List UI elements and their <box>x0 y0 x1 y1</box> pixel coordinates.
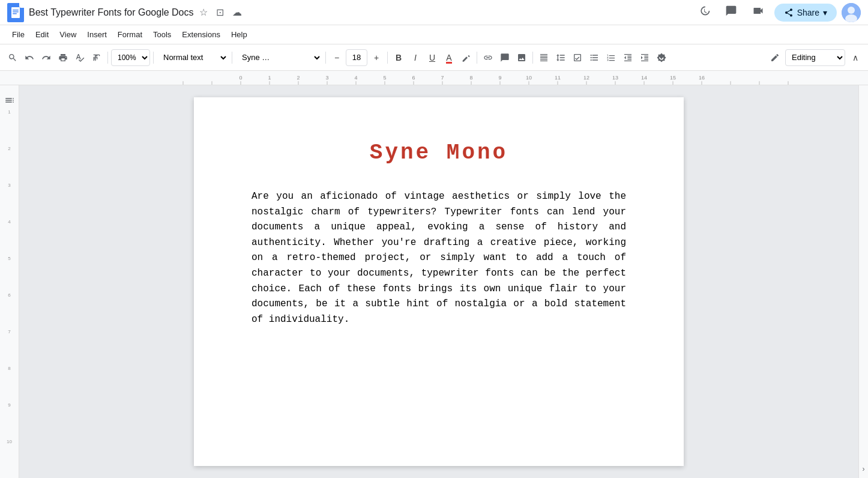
history-button[interactable] <box>694 2 716 22</box>
undo-button[interactable] <box>22 49 37 66</box>
cloud-button[interactable]: ☁ <box>231 5 243 19</box>
meet-button[interactable] <box>747 2 770 22</box>
folder-button[interactable]: ⊡ <box>215 5 225 19</box>
title-bar: Best Typewriter Fonts for Google Docs ☆ … <box>0 0 868 25</box>
share-dropdown-icon: ▾ <box>823 8 827 17</box>
insert-image-button[interactable] <box>514 49 529 66</box>
svg-point-8 <box>848 7 855 14</box>
share-label: Share <box>797 8 819 17</box>
ordered-list-button[interactable] <box>603 49 619 66</box>
menu-edit[interactable]: Edit <box>31 28 53 41</box>
menu-view[interactable]: View <box>55 28 81 41</box>
sep2 <box>153 52 154 64</box>
insert-link-button[interactable] <box>480 49 496 66</box>
svg-marker-6 <box>20 4 24 8</box>
align-button[interactable] <box>536 49 552 66</box>
italic-button[interactable]: I <box>408 49 423 66</box>
search-button[interactable] <box>5 49 20 66</box>
zoom-select[interactable]: 100% 75% 125% 150% <box>111 49 150 66</box>
menu-bar: File Edit View Insert Format Tools Exten… <box>0 25 868 44</box>
svg-rect-2 <box>13 10 19 11</box>
insert-comment-button[interactable] <box>497 49 513 66</box>
toolbar-right: Editing Suggesting Viewing ∧ <box>767 49 863 66</box>
chat-button[interactable] <box>720 2 742 22</box>
document-title: Best Typewriter Fonts for Google Docs <box>29 7 193 18</box>
star-button[interactable]: ☆ <box>198 5 209 19</box>
ruler <box>0 71 868 85</box>
v-ruler-marks: 1 2 3 4 5 6 7 8 9 10 <box>0 109 19 476</box>
font-color-button[interactable]: A <box>441 49 457 66</box>
sep6 <box>477 52 477 64</box>
sep7 <box>532 52 533 64</box>
title-icons: ☆ ⊡ ☁ <box>198 5 243 19</box>
menu-insert[interactable]: Insert <box>82 28 112 41</box>
sep3 <box>232 52 232 64</box>
menu-file[interactable]: File <box>7 28 29 41</box>
font-size-minus[interactable]: − <box>329 49 345 66</box>
title-bar-left: Best Typewriter Fonts for Google Docs ☆ … <box>7 3 689 22</box>
spellcheck-button[interactable] <box>72 49 88 66</box>
bold-button[interactable]: B <box>391 49 406 66</box>
redo-button[interactable] <box>38 49 54 66</box>
doc-heading: Syne Mono <box>252 141 626 165</box>
user-avatar[interactable] <box>842 3 861 22</box>
sep1 <box>107 52 108 64</box>
doc-body-text: Are you an aficionado of vintage aesthet… <box>252 189 626 327</box>
collapse-toolbar-button[interactable]: ∧ <box>848 49 863 66</box>
underline-button[interactable]: U <box>424 49 440 66</box>
menu-help[interactable]: Help <box>226 28 252 41</box>
clear-format-button[interactable] <box>654 49 669 66</box>
increase-indent-button[interactable] <box>637 49 653 66</box>
doc-area[interactable]: Syne Mono Are you an aficionado of vinta… <box>19 85 858 478</box>
suggest-edit-button[interactable] <box>767 49 783 66</box>
share-button[interactable]: Share ▾ <box>774 4 837 22</box>
bullet-list-button[interactable] <box>586 49 602 66</box>
paintformat-button[interactable] <box>89 49 104 66</box>
svg-rect-1 <box>11 7 20 18</box>
font-size-input[interactable] <box>346 49 367 66</box>
checklist-button[interactable] <box>570 49 585 66</box>
toolbar: 100% 75% 125% 150% Normal text Heading 1… <box>0 44 868 71</box>
google-docs-icon <box>7 3 24 22</box>
svg-rect-3 <box>13 11 19 13</box>
ruler-canvas <box>0 71 868 85</box>
title-bar-right: Share ▾ <box>694 2 861 22</box>
svg-rect-4 <box>13 13 17 14</box>
outline-button[interactable] <box>2 92 17 110</box>
font-select[interactable]: Syne … Arial Times New Roman Courier New <box>235 49 322 66</box>
right-sidebar: › <box>858 85 868 478</box>
print-button[interactable] <box>55 49 71 66</box>
sep5 <box>387 52 388 64</box>
text-style-select[interactable]: Normal text Heading 1 Heading 2 Title <box>157 49 229 66</box>
svg-marker-5 <box>20 4 24 8</box>
decrease-indent-button[interactable] <box>620 49 636 66</box>
line-spacing-button[interactable] <box>553 49 568 66</box>
sep4 <box>325 52 326 64</box>
menu-format[interactable]: Format <box>113 28 147 41</box>
left-sidebar: 1 2 3 4 5 6 7 8 9 10 <box>0 85 19 478</box>
expand-button[interactable]: › <box>863 465 865 473</box>
menu-tools[interactable]: Tools <box>148 28 176 41</box>
doc-page: Syne Mono Are you an aficionado of vinta… <box>194 97 684 466</box>
menu-extensions[interactable]: Extensions <box>177 28 225 41</box>
editing-mode-select[interactable]: Editing Suggesting Viewing <box>785 49 845 66</box>
main-area: 1 2 3 4 5 6 7 8 9 10 Syne Mono Are you a… <box>0 85 868 478</box>
highlight-button[interactable] <box>458 49 474 66</box>
font-size-plus[interactable]: + <box>369 49 384 66</box>
